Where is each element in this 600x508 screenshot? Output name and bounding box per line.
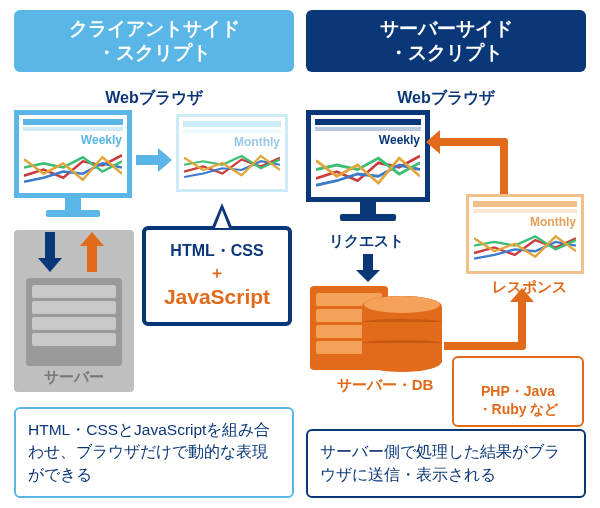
server-side-column: サーバーサイド ・スクリプト Webブラウザ Weekly <box>306 10 586 498</box>
left-monthly-tag: Monthly <box>234 135 280 149</box>
chart-icon <box>24 147 122 188</box>
left-caption: HTML・CSSとJavaScriptを組み合わせ、ブラウザだけで動的な表現がで… <box>14 407 294 498</box>
client-title: クライアントサイド ・スクリプト <box>14 10 294 72</box>
right-weekly-tag: Weekly <box>379 133 420 147</box>
right-monthly-tag: Monthly <box>530 215 576 229</box>
arrow-left-head-icon <box>426 130 440 154</box>
langs-callout: PHP・Java ・Ruby など <box>452 356 584 427</box>
callout-line1: HTML・CSS <box>170 242 263 259</box>
left-monitor-monthly: Monthly <box>176 114 288 192</box>
server-title: サーバーサイド ・スクリプト <box>306 10 586 72</box>
right-caption-text: サーバー側で処理した結果がブラウザに送信・表示される <box>320 443 560 482</box>
db-to-monthly-arrow-icon <box>444 300 526 350</box>
left-callout: HTML・CSS ＋ JavaScript <box>142 226 292 326</box>
server-title-text: サーバーサイド ・スクリプト <box>380 17 513 65</box>
left-caption-text: HTML・CSSとJavaScriptを組み合わせ、ブラウザだけで動的な表現がで… <box>28 421 270 483</box>
chart-icon <box>184 149 280 184</box>
left-monitor-weekly: Weekly <box>14 110 132 217</box>
chart-icon <box>316 147 420 192</box>
right-monitor-monthly: Monthly <box>466 194 584 274</box>
client-title-text: クライアントサイド ・スクリプト <box>69 17 240 65</box>
database-icon <box>362 296 442 372</box>
response-arrow-icon <box>438 138 508 196</box>
left-weekly-tag: Weekly <box>81 133 122 147</box>
client-side-column: クライアントサイド ・スクリプト Webブラウザ Weekly <box>14 10 294 498</box>
right-caption: サーバー側で処理した結果がブラウザに送信・表示される <box>306 429 586 498</box>
right-browser-label: Webブラウザ <box>306 88 586 109</box>
right-monitor-weekly: Weekly <box>306 110 430 221</box>
request-label: リクエスト <box>314 232 418 251</box>
request-arrow-icon <box>356 254 380 282</box>
server-db-label: サーバー・DB <box>320 376 450 395</box>
left-browser-label: Webブラウザ <box>14 88 294 109</box>
callout-js: JavaScript <box>154 283 280 311</box>
speech-tail-icon <box>215 210 229 228</box>
callout-plus: ＋ <box>154 262 280 284</box>
arrow-up-icon <box>80 232 104 272</box>
arrow-down-icon <box>38 232 62 272</box>
arrow-right-icon <box>136 148 172 172</box>
left-server-icon: サーバー <box>26 278 122 387</box>
chart-icon <box>474 229 576 266</box>
arrow-up-head-icon <box>510 288 534 302</box>
langs-text: PHP・Java ・Ruby など <box>478 383 559 417</box>
left-server-label: サーバー <box>26 368 122 387</box>
